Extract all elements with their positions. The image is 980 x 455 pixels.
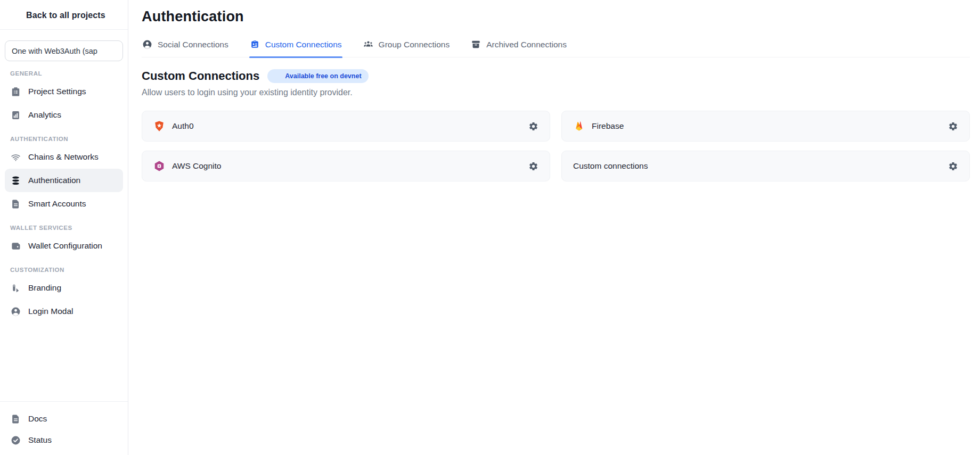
sidebar-item-project-settings[interactable]: Project Settings: [5, 80, 123, 103]
tab-custom-connections[interactable]: Custom Connections: [249, 38, 342, 57]
connection-card-auth0[interactable]: Auth0: [142, 111, 550, 142]
page-title: Authentication: [142, 9, 970, 25]
sidebar-item-smart-accounts[interactable]: Smart Accounts: [5, 192, 123, 216]
sidebar-item-login-modal[interactable]: Login Modal: [5, 300, 123, 323]
users-icon: [363, 39, 373, 49]
auth0-logo: [153, 120, 165, 132]
connection-name: AWS Cognito: [172, 161, 221, 171]
back-to-projects-button[interactable]: Back to all projects: [0, 0, 128, 30]
id-badge-icon: [250, 39, 260, 49]
chevron-down-icon: [107, 46, 116, 55]
sidebar-item-label: Project Settings: [28, 87, 86, 96]
sidebar-item-label: Analytics: [28, 110, 61, 120]
tab-archived-connections[interactable]: Archived Connections: [470, 38, 567, 57]
user-circle-icon: [142, 39, 152, 49]
tab-label: Custom Connections: [265, 40, 342, 49]
sidebar-section-label-authentication: AUTHENTICATION: [10, 136, 118, 142]
main-content: Authentication Social ConnectionsCustom …: [128, 0, 980, 455]
section-description: Allow users to login using your existing…: [142, 88, 970, 97]
sidebar-item-chains-networks[interactable]: Chains & Networks: [5, 145, 123, 169]
check-circle-icon: [11, 435, 21, 445]
sidebar-item-label: Branding: [28, 283, 61, 293]
connection-card-aws-cognito[interactable]: AWS Cognito: [142, 151, 550, 181]
tab-social-connections[interactable]: Social Connections: [142, 38, 229, 57]
devnet-badge-label: Available free on devnet: [285, 72, 361, 80]
sidebar-item-authentication[interactable]: Authentication: [5, 169, 123, 192]
wallet-icon: [11, 241, 21, 251]
sidebar-nav: GENERALProject SettingsAnalyticsAUTHENTI…: [0, 61, 128, 323]
app-window: Back to all projects One with Web3Auth (…: [0, 0, 980, 455]
gear-icon[interactable]: [528, 121, 538, 131]
tab-group-connections[interactable]: Group Connections: [363, 38, 451, 57]
sidebar-item-docs[interactable]: Docs: [5, 408, 123, 429]
user-circle-icon: [11, 307, 21, 317]
section-title: Custom Connections: [142, 69, 259, 83]
back-to-projects-label: Back to all projects: [26, 11, 105, 20]
connection-card-custom-connections[interactable]: Custom connections: [561, 151, 970, 181]
file-icon: [11, 199, 21, 209]
tab-label: Archived Connections: [486, 40, 567, 49]
aws-cognito-logo: [153, 160, 165, 172]
sidebar-footer: DocsStatus: [0, 401, 128, 455]
branding-icon: [11, 283, 21, 293]
firebase-logo: [573, 120, 585, 132]
arrow-left-icon: [10, 10, 20, 20]
tabs: Social ConnectionsCustom ConnectionsGrou…: [142, 38, 970, 57]
gear-icon[interactable]: [948, 121, 958, 131]
devnet-badge: Available free on devnet: [267, 69, 368, 83]
sidebar-section-label-customization: CUSTOMIZATION: [10, 267, 118, 273]
project-selector-dropdown[interactable]: One with Web3Auth (sap: [5, 40, 123, 61]
sidebar-item-label: Docs: [28, 414, 47, 424]
sidebar-item-label: Smart Accounts: [28, 199, 86, 209]
lock-icon: [274, 73, 281, 80]
sidebar-section-label-wallet-services: WALLET SERVICES: [10, 225, 118, 231]
file-icon: [11, 414, 21, 424]
connections-grid: Auth0FirebaseAWS CognitoCustom connectio…: [142, 111, 970, 181]
wifi-icon: [11, 152, 21, 162]
sidebar-item-label: Authentication: [28, 176, 80, 185]
sidebar-spacer: [0, 323, 128, 401]
connection-name: Custom connections: [573, 161, 648, 171]
database-icon: [11, 176, 21, 186]
tab-label: Group Connections: [379, 40, 450, 49]
sidebar-item-status[interactable]: Status: [5, 429, 123, 451]
sidebar-item-analytics[interactable]: Analytics: [5, 103, 123, 127]
sidebar-item-label: Status: [28, 435, 52, 445]
clipboard-icon: [11, 87, 21, 97]
sidebar-item-label: Login Modal: [28, 307, 73, 316]
bar-chart-icon: [11, 110, 21, 120]
active-tab-underline: [249, 56, 342, 58]
sidebar-item-label: Wallet Configuration: [28, 241, 102, 251]
gear-icon[interactable]: [528, 161, 538, 171]
connection-name: Auth0: [172, 121, 194, 131]
project-selector-value: One with Web3Auth (sap: [12, 47, 104, 55]
tab-label: Social Connections: [158, 40, 228, 49]
sidebar: Back to all projects One with Web3Auth (…: [0, 0, 128, 455]
connection-name: Firebase: [592, 121, 624, 131]
connection-card-firebase[interactable]: Firebase: [561, 111, 970, 142]
gear-icon[interactable]: [948, 161, 958, 171]
sidebar-item-label: Chains & Networks: [28, 152, 99, 162]
sidebar-item-branding[interactable]: Branding: [5, 276, 123, 300]
section-head: Custom Connections Available free on dev…: [142, 69, 970, 83]
sidebar-item-wallet-configuration[interactable]: Wallet Configuration: [5, 234, 123, 258]
sidebar-section-label-general: GENERAL: [10, 70, 118, 77]
archive-icon: [471, 39, 481, 49]
